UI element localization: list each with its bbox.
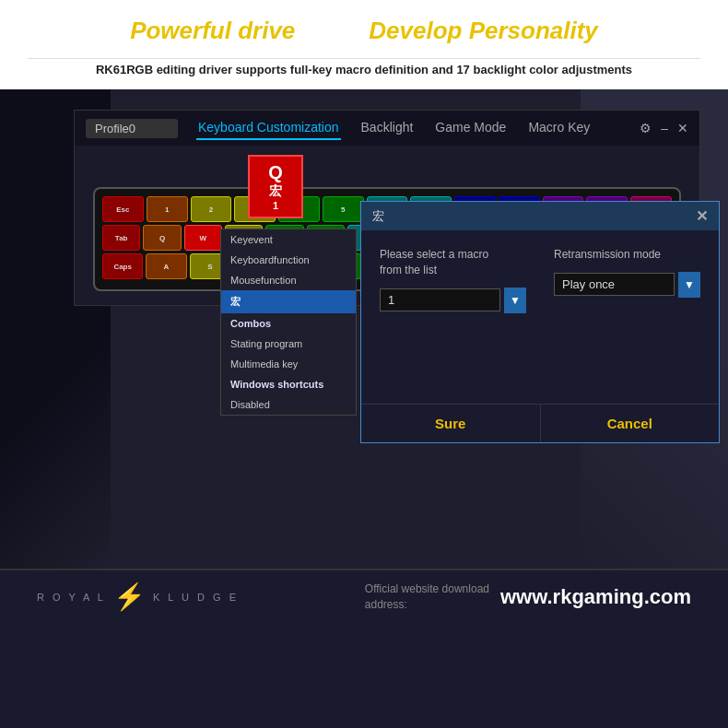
- ctx-keyboardfunction[interactable]: Keyboardfunction: [221, 250, 356, 270]
- kb-key-esc[interactable]: Esc: [102, 196, 144, 222]
- macro-list-label: Please select a macro from the list: [380, 247, 526, 278]
- dialog-body: Please select a macro from the list 1 ▼ …: [361, 230, 719, 330]
- dialog-macro-col: Please select a macro from the list 1 ▼: [380, 247, 526, 313]
- nav-tabs: Keyboard Customization Backlight Game Mo…: [196, 116, 630, 140]
- ctx-disabled[interactable]: Disabled: [221, 394, 356, 415]
- headline-2: Develop Personality: [369, 17, 598, 45]
- profile-dropdown[interactable]: Profile0: [86, 119, 178, 138]
- retrans-select[interactable]: Play once: [554, 273, 675, 296]
- key-number: 1: [261, 200, 290, 211]
- settings-button[interactable]: ⚙: [640, 121, 652, 135]
- tab-game-mode[interactable]: Game Mode: [433, 116, 508, 140]
- dialog-title: 宏: [372, 208, 384, 225]
- ctx-windows-shortcuts[interactable]: Windows shortcuts: [221, 374, 356, 394]
- kb-key-2[interactable]: 2: [191, 196, 232, 222]
- ctx-mousefunction[interactable]: Mousefunction: [221, 270, 356, 290]
- keyboard-area: Q 宏 1 Esc 1 2 3 4 5 6A 7S 8B 9I 0I: [75, 146, 699, 305]
- macro-select[interactable]: 1: [380, 288, 500, 311]
- minimize-button[interactable]: –: [661, 121, 668, 135]
- cancel-button[interactable]: Cancel: [541, 405, 720, 442]
- retrans-dropdown-arrow[interactable]: ▼: [678, 272, 700, 298]
- tab-keyboard-customization[interactable]: Keyboard Customization: [196, 116, 341, 140]
- software-window: Profile0 Keyboard Customization Backligh…: [74, 110, 700, 306]
- kb-key-tab[interactable]: Tab: [102, 225, 140, 251]
- window-controls: ⚙ – ✕: [640, 121, 688, 135]
- tab-backlight[interactable]: Backlight: [359, 116, 416, 140]
- website-url: www.rkgaming.com: [500, 585, 691, 609]
- ctx-keyevent[interactable]: Keyevent: [221, 229, 356, 250]
- dialog-columns: Please select a macro from the list 1 ▼ …: [380, 247, 700, 313]
- context-menu: Keyevent Keyboardfunction Mousefunction …: [220, 229, 357, 416]
- kb-key-q[interactable]: Q: [143, 225, 181, 251]
- title-bar: Profile0 Keyboard Customization Backligh…: [75, 111, 699, 146]
- ctx-combos[interactable]: Combos: [221, 313, 356, 334]
- macro-dialog: 宏 ✕ Please select a macro from the list …: [360, 201, 720, 443]
- logo-kludge: K L U D G E: [153, 592, 239, 603]
- macro-select-row: 1 ▼: [380, 288, 526, 313]
- website-label-line1: Official website download: [365, 582, 489, 595]
- kb-key-w[interactable]: W: [184, 225, 222, 251]
- retrans-select-row: Play once ▼: [554, 272, 700, 298]
- dialog-title-bar: 宏 ✕: [361, 202, 719, 230]
- kb-key-caps[interactable]: Caps: [102, 253, 143, 279]
- subtitle: RK61RGB editing driver supports full-key…: [28, 58, 700, 76]
- key-letter: Q: [261, 162, 290, 183]
- kb-key-1[interactable]: 1: [147, 196, 188, 222]
- website-label-line2: address:: [365, 598, 407, 611]
- rk-logo: R O Y A L ⚡ K L U D G E: [37, 581, 239, 612]
- kb-key-5[interactable]: 5: [323, 196, 364, 222]
- dialog-retrans-col: Retransmission mode Play once ▼: [554, 247, 700, 313]
- close-button[interactable]: ✕: [677, 121, 688, 135]
- ctx-stating-program[interactable]: Stating program: [221, 334, 356, 354]
- ctx-multimedia-key[interactable]: Multimedia key: [221, 354, 356, 374]
- dialog-close-button[interactable]: ✕: [696, 207, 708, 225]
- website-label: Official website download address:: [365, 581, 489, 613]
- ctx-macro[interactable]: 宏: [221, 290, 356, 313]
- bottom-section: R O Y A L ⚡ K L U D G E Official website…: [0, 569, 728, 624]
- key-tooltip: Q 宏 1: [248, 155, 303, 218]
- app-window: Profile0 Keyboard Customization Backligh…: [0, 89, 728, 569]
- website-info: Official website download address: www.r…: [365, 581, 691, 613]
- headline-1: Powerful drive: [130, 17, 295, 45]
- sure-button[interactable]: Sure: [361, 405, 541, 442]
- kb-key-a[interactable]: A: [146, 253, 186, 279]
- logo-icon: ⚡: [113, 581, 146, 612]
- retrans-label: Retransmission mode: [554, 247, 700, 263]
- dialog-footer: Sure Cancel: [361, 404, 719, 442]
- key-kanji: 宏: [261, 183, 290, 200]
- top-section: Powerful drive Develop Personality RK61R…: [0, 0, 728, 89]
- headline-row: Powerful drive Develop Personality: [28, 17, 700, 45]
- macro-dropdown-arrow[interactable]: ▼: [504, 288, 526, 313]
- tab-macro-key[interactable]: Macro Key: [526, 116, 592, 140]
- logo-royal: R O Y A L: [37, 592, 106, 603]
